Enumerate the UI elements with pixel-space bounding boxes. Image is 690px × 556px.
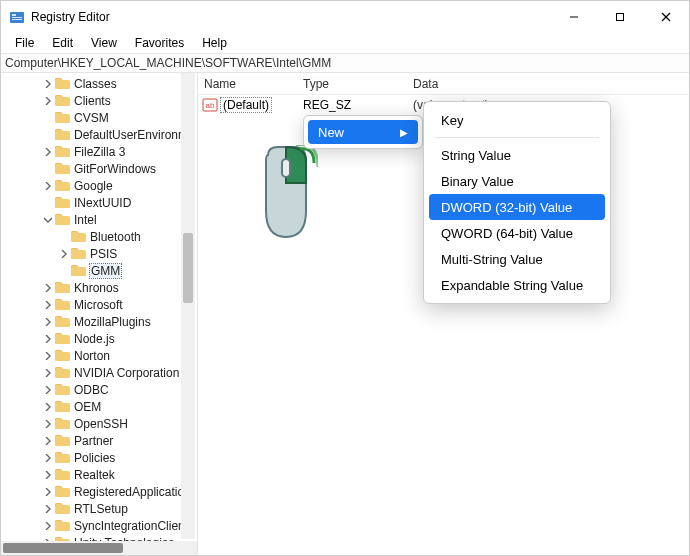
tree-expand-icon[interactable] — [41, 488, 55, 496]
svg-rect-1 — [12, 14, 16, 16]
context-item[interactable]: Key — [429, 107, 605, 133]
context-item-label: DWORD (32-bit) Value — [441, 200, 572, 215]
tree-node[interactable]: GitForWindows — [1, 160, 197, 177]
tree-node[interactable]: CVSM — [1, 109, 197, 126]
minimize-button[interactable] — [551, 1, 597, 33]
tree-expand-icon[interactable] — [41, 80, 55, 88]
context-item[interactable]: QWORD (64-bit) Value — [429, 220, 605, 246]
tree-expand-icon[interactable] — [41, 437, 55, 445]
row-type: REG_SZ — [303, 98, 413, 112]
tree-expand-icon[interactable] — [41, 454, 55, 462]
tree-expand-icon[interactable] — [41, 335, 55, 343]
tree-horizontal-scrollbar[interactable] — [1, 541, 197, 555]
tree-node[interactable]: INextUUID — [1, 194, 197, 211]
column-data[interactable]: Data — [413, 77, 689, 91]
tree-expand-icon[interactable] — [41, 403, 55, 411]
menu-file[interactable]: File — [7, 35, 42, 51]
folder-icon — [55, 112, 70, 124]
tree-expand-icon[interactable] — [41, 505, 55, 513]
tree-expand-icon[interactable] — [41, 386, 55, 394]
tree-expand-icon[interactable] — [41, 352, 55, 360]
submenu-arrow-icon: ▶ — [400, 127, 408, 138]
tree-node[interactable]: Partner — [1, 432, 197, 449]
context-item[interactable]: String Value — [429, 142, 605, 168]
tree-expand-icon[interactable] — [57, 250, 71, 258]
tree-expand-icon[interactable] — [41, 522, 55, 530]
tree-horizontal-thumb[interactable] — [3, 543, 123, 553]
folder-icon — [55, 384, 70, 396]
tree-node[interactable]: OpenSSH — [1, 415, 197, 432]
menu-help[interactable]: Help — [194, 35, 235, 51]
context-menu-parent: New ▶ — [303, 115, 423, 149]
tree-node[interactable]: DefaultUserEnvironm — [1, 126, 197, 143]
maximize-button[interactable] — [597, 1, 643, 33]
tree-expand-icon[interactable] — [41, 216, 55, 224]
tree-node-label: SyncIntegrationClient — [73, 519, 189, 533]
tree-node-label: GMM — [89, 263, 122, 279]
menu-favorites[interactable]: Favorites — [127, 35, 192, 51]
title-bar: Registry Editor — [1, 1, 689, 33]
folder-icon — [55, 520, 70, 532]
folder-icon — [55, 146, 70, 158]
folder-icon — [71, 265, 86, 277]
tree-expand-icon[interactable] — [41, 301, 55, 309]
tree-node[interactable]: Intel — [1, 211, 197, 228]
tree-vertical-scrollbar[interactable] — [181, 73, 195, 539]
folder-icon — [71, 231, 86, 243]
tree-expand-icon[interactable] — [41, 369, 55, 377]
context-item-label: Expandable String Value — [441, 278, 583, 293]
tree-expand-icon[interactable] — [41, 318, 55, 326]
tree-node[interactable]: Policies — [1, 449, 197, 466]
menu-view[interactable]: View — [83, 35, 125, 51]
column-type[interactable]: Type — [303, 77, 413, 91]
menu-edit[interactable]: Edit — [44, 35, 81, 51]
context-item[interactable]: Multi-String Value — [429, 246, 605, 272]
tree-node[interactable]: Microsoft — [1, 296, 197, 313]
folder-icon — [55, 350, 70, 362]
address-bar[interactable]: Computer\HKEY_LOCAL_MACHINE\SOFTWARE\Int… — [1, 53, 689, 73]
tree-scroll: ClassesClientsCVSMDefaultUserEnvironmFil… — [1, 73, 197, 555]
folder-icon — [55, 333, 70, 345]
tree-node[interactable]: Clients — [1, 92, 197, 109]
svg-rect-3 — [12, 19, 22, 20]
tree-node[interactable]: NVIDIA Corporation — [1, 364, 197, 381]
tree-node[interactable]: Google — [1, 177, 197, 194]
tree-node-label: Clients — [73, 94, 112, 108]
tree-node[interactable]: ODBC — [1, 381, 197, 398]
tree-node[interactable]: Realtek — [1, 466, 197, 483]
tree-node-label: Node.js — [73, 332, 116, 346]
tree-node[interactable]: Classes — [1, 75, 197, 92]
tree-node[interactable]: Khronos — [1, 279, 197, 296]
tree-node[interactable]: GMM — [1, 262, 197, 279]
context-item[interactable]: DWORD (32-bit) Value — [429, 194, 605, 220]
folder-icon — [55, 469, 70, 481]
tree-expand-icon[interactable] — [41, 471, 55, 479]
tree-node[interactable]: RTLSetup — [1, 500, 197, 517]
tree-node[interactable]: MozillaPlugins — [1, 313, 197, 330]
folder-icon — [55, 129, 70, 141]
tree-node[interactable]: OEM — [1, 398, 197, 415]
tree-expand-icon[interactable] — [41, 148, 55, 156]
tree-node[interactable]: Node.js — [1, 330, 197, 347]
mouse-right-click-illustration — [248, 145, 318, 241]
context-item[interactable]: Binary Value — [429, 168, 605, 194]
tree-node[interactable]: FileZilla 3 — [1, 143, 197, 160]
tree-expand-icon[interactable] — [41, 182, 55, 190]
tree-node[interactable]: Norton — [1, 347, 197, 364]
tree-node[interactable]: Bluetooth — [1, 228, 197, 245]
tree-expand-icon[interactable] — [41, 284, 55, 292]
tree-vertical-thumb[interactable] — [183, 233, 193, 303]
column-name[interactable]: Name — [198, 77, 303, 91]
window-controls — [551, 1, 689, 33]
registry-tree[interactable]: ClassesClientsCVSMDefaultUserEnvironmFil… — [1, 73, 197, 551]
folder-icon — [55, 180, 70, 192]
tree-node[interactable]: SyncIntegrationClient — [1, 517, 197, 534]
app-icon — [9, 9, 25, 25]
tree-node[interactable]: PSIS — [1, 245, 197, 262]
context-item[interactable]: Expandable String Value — [429, 272, 605, 298]
tree-expand-icon[interactable] — [41, 420, 55, 428]
close-button[interactable] — [643, 1, 689, 33]
tree-expand-icon[interactable] — [41, 97, 55, 105]
tree-node[interactable]: RegisteredApplication — [1, 483, 197, 500]
context-item-new[interactable]: New ▶ — [308, 120, 418, 144]
